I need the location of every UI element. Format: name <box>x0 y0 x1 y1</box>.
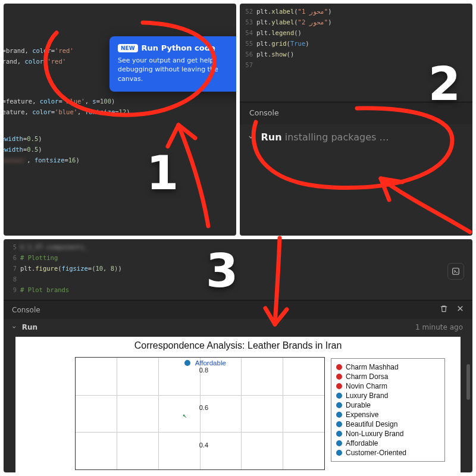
code-num: 100 <box>100 96 111 107</box>
line-num: 7 <box>4 263 20 274</box>
cursor-icon: ↖ <box>183 411 187 419</box>
code-kw: fontsize <box>35 155 65 165</box>
code-block: linewidth=0.5) linewidth=0.5) 'xxxxxxxx'… <box>4 133 80 165</box>
legend-item: Charm Mashhad <box>346 362 399 372</box>
run-status: installing packages … <box>285 131 389 143</box>
legend-item: Durable <box>346 400 371 410</box>
run-label: Run <box>261 131 282 143</box>
trash-icon[interactable] <box>440 305 448 315</box>
code-kw: color <box>32 45 51 56</box>
line-num: 56 <box>240 49 256 60</box>
code-kw: color <box>40 96 59 107</box>
plot-output: Correspondence Analysis: Leather Brands … <box>15 337 461 472</box>
line-num: 52 <box>240 6 256 17</box>
output-toolbar <box>444 263 464 280</box>
step-number-1: 1 <box>146 146 178 200</box>
close-icon[interactable] <box>456 305 464 315</box>
code-num: 0.5 <box>27 144 38 155</box>
panel-2-editor: 52plt.xlabel("محور 1") 53plt.ylabel("محو… <box>240 4 472 236</box>
code-kw: color <box>32 107 51 117</box>
code-str: 'red' <box>55 45 74 56</box>
line-num: 57 <box>240 60 256 70</box>
code-kw: linewidth <box>4 144 23 155</box>
console-output: › Run installing packages … <box>240 126 472 149</box>
legend-item: Beautiful Design <box>346 419 397 429</box>
ytick: 0.6 <box>199 404 208 411</box>
line-num: 53 <box>240 17 256 27</box>
step-number-3: 3 <box>206 244 238 298</box>
line-num: 55 <box>240 38 256 49</box>
code-block: , 1], label=feature, color='blue', s=100… <box>4 96 130 117</box>
code-num: 12 <box>119 107 127 117</box>
legend-item: Affordable <box>346 439 378 448</box>
line-num: 9 <box>4 284 20 295</box>
plot-legend: Charm Mashhad Charm Dorsa Novin Charm Lu… <box>331 358 445 462</box>
ytick: 0.4 <box>199 441 208 449</box>
line-num: 8 <box>4 274 20 284</box>
line-num: 5 <box>4 242 20 252</box>
ytick: 0.8 <box>199 367 208 374</box>
code-block: 52plt.xlabel("محور 1") 53plt.ylabel("محو… <box>240 6 331 70</box>
console-icon[interactable] <box>447 263 464 280</box>
data-point-affordable <box>184 360 190 366</box>
new-badge: NEW <box>118 44 138 52</box>
legend-item: Expensive <box>346 410 378 419</box>
code-var: brand <box>6 45 25 56</box>
legend-item: Customer-Oriented <box>346 448 406 458</box>
code-var: feature <box>6 96 32 107</box>
run-code-tooltip[interactable]: NEWRun Python code See your output and g… <box>109 36 236 92</box>
code-num: 0.5 <box>27 133 38 144</box>
code-var: brand <box>4 56 17 67</box>
code-str: 'blue' <box>55 107 77 117</box>
code-kw: fontsize <box>85 107 115 117</box>
code-str: 'red' <box>47 56 66 67</box>
plot-axes: Affordable ↖ <box>75 357 325 470</box>
code-str: 'blue' <box>62 96 85 107</box>
code-kw: color <box>25 56 44 67</box>
scrollbar[interactable] <box>466 364 470 400</box>
line-num: 54 <box>240 27 256 38</box>
code-num: 16 <box>68 155 76 165</box>
tooltip-title: Run Python code <box>142 43 215 52</box>
tooltip-subtitle: See your output and get help debugging w… <box>118 56 233 83</box>
code-block: , 1], label=brand, color='red' ds[i, 1],… <box>4 45 74 67</box>
chevron-down-icon[interactable]: › <box>10 326 18 329</box>
legend-item: Charm Dorsa <box>346 372 388 381</box>
legend-item: Novin Charm <box>346 381 387 391</box>
legend-item: Luxury Brand <box>346 391 388 400</box>
code-kw: linewidth <box>4 133 23 144</box>
panel-1-editor: , 1], label=brand, color='red' ds[i, 1],… <box>4 4 236 236</box>
console-header[interactable]: Console <box>12 306 40 314</box>
panel-3-output: 5U_S_VT.components_ 6# Plotting 7plt.fig… <box>4 239 472 472</box>
data-point-label: Affordable <box>195 359 226 367</box>
run-label: Run <box>22 323 37 331</box>
plot-title: Correspondence Analysis: Leather Brands … <box>15 337 461 351</box>
code-block: 5U_S_VT.components_ 6# Plotting 7plt.fig… <box>4 242 122 295</box>
chevron-down-icon[interactable]: › <box>246 135 257 139</box>
line-num: 6 <box>4 252 20 263</box>
legend-item: Non-Luxury Brand <box>346 429 403 439</box>
code-var: feature <box>4 107 25 117</box>
run-timestamp: 1 minute ago <box>415 323 463 331</box>
console-header[interactable]: Console <box>240 102 472 124</box>
